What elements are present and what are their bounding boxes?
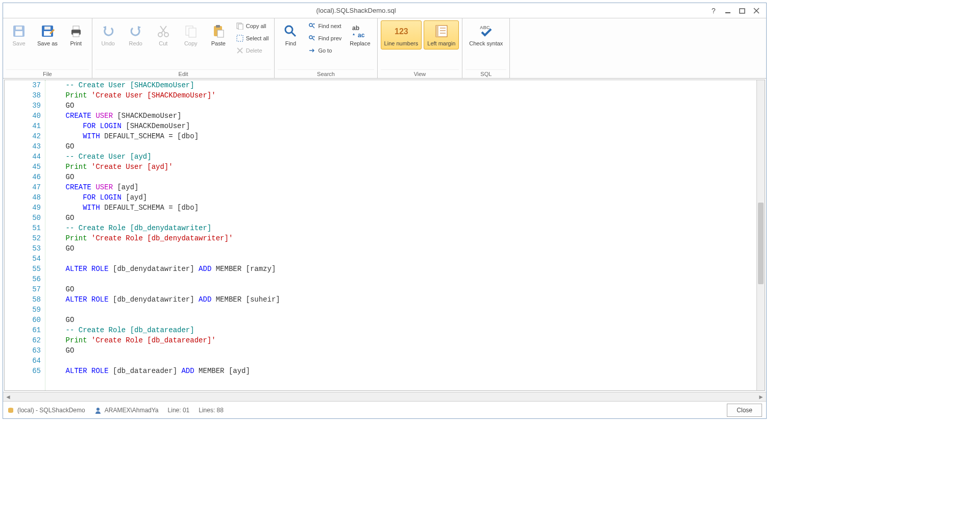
svg-text:ab: ab	[352, 24, 359, 32]
line-number: 62	[5, 335, 45, 345]
code-line[interactable]: GO	[48, 172, 765, 182]
print-button[interactable]: Print	[63, 20, 89, 49]
close-button[interactable]: Close	[727, 404, 762, 417]
line-number: 40	[5, 111, 45, 121]
code-line[interactable]	[48, 305, 765, 315]
undo-label: Undo	[102, 40, 115, 47]
code-line[interactable]: Print 'Create User [SHACKDemoUser]'	[48, 90, 765, 101]
copy-button[interactable]: Copy	[178, 20, 204, 49]
minimize-button[interactable]	[723, 6, 732, 15]
delete-button[interactable]: Delete	[233, 45, 272, 56]
check-syntax-button[interactable]: ABC Check syntax	[465, 20, 506, 49]
ribbon-group-file: Save Save as Print File	[3, 18, 92, 78]
find-prev-icon	[308, 34, 316, 42]
code-line[interactable]	[48, 356, 765, 366]
line-numbers-toggle[interactable]: 123 Line numbers	[381, 20, 422, 49]
find-button[interactable]: Find	[278, 20, 303, 49]
cut-button[interactable]: Cut	[151, 20, 176, 49]
scroll-left-icon[interactable]: ◄	[5, 393, 11, 401]
ribbon-group-view: 123 Line numbers Left margin View	[378, 18, 463, 78]
paste-button[interactable]: Paste	[206, 20, 231, 49]
replace-icon: abac	[352, 23, 368, 39]
ribbon-group-sql: ABC Check syntax SQL	[462, 18, 510, 78]
help-icon: ?	[712, 7, 716, 15]
redo-button[interactable]: Redo	[123, 20, 149, 49]
svg-rect-1	[740, 9, 745, 13]
svg-text:ABC: ABC	[480, 25, 490, 30]
undo-button[interactable]: Undo	[95, 20, 121, 49]
code-line[interactable]: -- Create Role [db_denydatawriter]	[48, 223, 765, 233]
code-line[interactable]: -- Create Role [db_datareader]	[48, 325, 765, 335]
code-editor[interactable]: 3738394041424344454647484950515253545556…	[4, 80, 765, 391]
find-prev-button[interactable]: Find prev	[305, 33, 344, 44]
user-icon	[94, 407, 102, 414]
horizontal-scrollbar[interactable]: ◄ ►	[3, 392, 766, 401]
code-line[interactable]: CREATE USER [ayd]	[48, 182, 765, 192]
left-margin-toggle[interactable]: Left margin	[424, 20, 459, 49]
code-line[interactable]: Print 'Create User [ayd]'	[48, 162, 765, 172]
redo-label: Redo	[129, 40, 142, 47]
code-line[interactable]	[48, 274, 765, 284]
find-label: Find	[285, 40, 296, 47]
find-next-button[interactable]: Find next	[305, 20, 344, 32]
code-line[interactable]: WITH DEFAULT_SCHEMA = [dbo]	[48, 131, 765, 141]
goto-button[interactable]: Go to	[305, 45, 344, 56]
code-line[interactable]: GO	[48, 141, 765, 152]
svg-point-30	[309, 36, 312, 39]
code-line[interactable]: GO	[48, 284, 765, 294]
save-as-button[interactable]: Save as	[34, 20, 61, 49]
code-line[interactable]: -- Create User [SHACKDemoUser]	[48, 80, 765, 90]
code-line[interactable]: GO	[48, 243, 765, 254]
svg-rect-23	[238, 24, 243, 30]
line-number: 53	[5, 243, 45, 254]
line-number: 48	[5, 192, 45, 203]
code-line[interactable]: GO	[48, 345, 765, 356]
status-user: ARAMEX\AhmadYa	[94, 407, 159, 414]
vertical-scrollbar[interactable]	[756, 80, 765, 390]
code-line[interactable]: -- Create User [ayd]	[48, 152, 765, 162]
delete-label: Delete	[246, 47, 262, 54]
code-line[interactable]: GO	[48, 315, 765, 325]
code-line[interactable]: CREATE USER [SHACKDemoUser]	[48, 111, 765, 121]
code-line[interactable]: ALTER ROLE [db_datareader] ADD MEMBER [a…	[48, 366, 765, 376]
code-line[interactable]: GO	[48, 213, 765, 223]
code-line[interactable]: ALTER ROLE [db_denydatawriter] ADD MEMBE…	[48, 294, 765, 305]
line-number: 56	[5, 274, 45, 284]
code-line[interactable]: Print 'Create Role [db_datareader]'	[48, 335, 765, 345]
scrollbar-thumb[interactable]	[758, 203, 764, 284]
svg-text:123: 123	[395, 27, 408, 36]
svg-rect-9	[44, 27, 51, 30]
code-line[interactable]: Print 'Create Role [db_denydatawriter]'	[48, 233, 765, 243]
help-button[interactable]: ?	[709, 6, 718, 15]
code-line[interactable]	[48, 254, 765, 264]
save-as-icon	[39, 23, 56, 39]
code-line[interactable]: WITH DEFAULT_SCHEMA = [dbo]	[48, 203, 765, 213]
print-icon	[68, 23, 84, 39]
maximize-button[interactable]	[738, 6, 747, 15]
line-number: 47	[5, 182, 45, 192]
code-line[interactable]: FOR LOGIN [SHACKDemoUser]	[48, 121, 765, 131]
replace-button[interactable]: abac Replace	[346, 20, 374, 49]
minimize-icon	[725, 8, 731, 14]
code-line[interactable]: ALTER ROLE [db_denydatawriter] ADD MEMBE…	[48, 264, 765, 274]
code-line[interactable]: FOR LOGIN [ayd]	[48, 192, 765, 203]
save-button[interactable]: Save	[6, 20, 32, 49]
copy-all-label: Copy all	[246, 23, 266, 29]
svg-rect-6	[16, 27, 22, 30]
select-all-button[interactable]: Select all	[233, 33, 272, 44]
undo-icon	[100, 23, 116, 39]
left-margin-label: Left margin	[427, 40, 455, 47]
copy-all-button[interactable]: Copy all	[233, 20, 272, 32]
line-number: 57	[5, 284, 45, 294]
delete-icon	[236, 46, 244, 55]
save-icon	[11, 23, 27, 39]
scroll-right-icon[interactable]: ►	[758, 393, 764, 401]
code-line[interactable]: GO	[48, 101, 765, 111]
close-window-button[interactable]	[752, 6, 761, 15]
line-number: 45	[5, 162, 45, 172]
svg-point-27	[285, 26, 292, 33]
svg-rect-20	[216, 25, 220, 28]
code-content[interactable]: -- Create User [SHACKDemoUser] Print 'Cr…	[45, 80, 765, 390]
line-numbers-label: Line numbers	[384, 40, 419, 47]
svg-line-16	[160, 26, 165, 33]
